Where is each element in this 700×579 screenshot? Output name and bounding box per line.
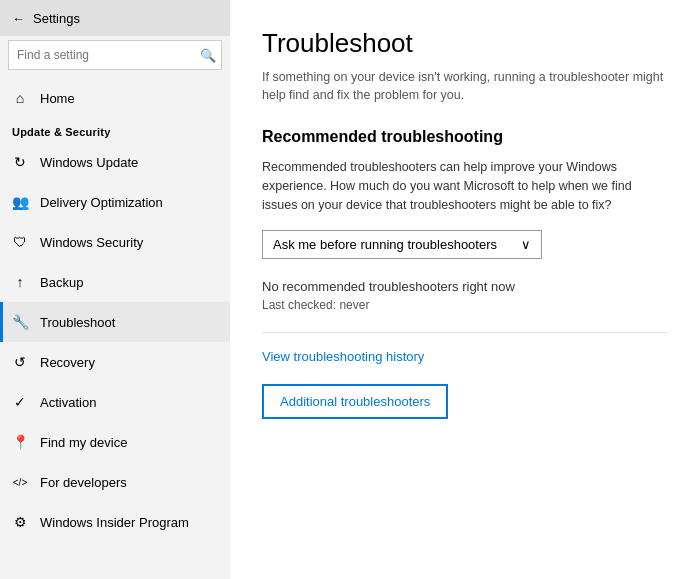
sidebar-item-label: Windows Update: [40, 155, 138, 170]
chevron-down-icon: ∨: [521, 237, 531, 252]
search-input[interactable]: [8, 40, 222, 70]
dropdown-value: Ask me before running troubleshooters: [273, 237, 497, 252]
view-history-link[interactable]: View troubleshooting history: [262, 349, 668, 364]
page-subtitle: If something on your device isn't workin…: [262, 69, 668, 104]
troubleshoot-icon: 🔧: [12, 314, 28, 330]
sidebar-item-windows-insider[interactable]: ⚙ Windows Insider Program: [0, 502, 230, 542]
sidebar-item-label: Windows Insider Program: [40, 515, 189, 530]
find-my-device-icon: 📍: [12, 434, 28, 450]
for-developers-icon: </>: [12, 474, 28, 490]
recovery-icon: ↺: [12, 354, 28, 370]
sidebar: ← Settings 🔍 ⌂ Home Update & Security ↻ …: [0, 0, 230, 579]
sidebar-item-delivery-optimization[interactable]: 👥 Delivery Optimization: [0, 182, 230, 222]
sidebar-item-windows-update[interactable]: ↻ Windows Update: [0, 142, 230, 182]
sidebar-section-label: Update & Security: [0, 118, 230, 142]
sidebar-item-activation[interactable]: ✓ Activation: [0, 382, 230, 422]
windows-security-icon: 🛡: [12, 234, 28, 250]
back-icon: ←: [12, 11, 25, 26]
backup-icon: ↑: [12, 274, 28, 290]
page-title: Troubleshoot: [262, 28, 668, 59]
sidebar-item-label: Windows Security: [40, 235, 143, 250]
recommended-heading: Recommended troubleshooting: [262, 128, 668, 146]
divider: [262, 332, 668, 333]
recommended-description: Recommended troubleshooters can help imp…: [262, 158, 668, 214]
main-content: Troubleshoot If something on your device…: [230, 0, 700, 579]
activation-icon: ✓: [12, 394, 28, 410]
sidebar-item-label: Delivery Optimization: [40, 195, 163, 210]
search-icon: 🔍: [200, 48, 216, 63]
sidebar-item-troubleshoot[interactable]: 🔧 Troubleshoot: [0, 302, 230, 342]
delivery-optimization-icon: 👥: [12, 194, 28, 210]
troubleshooter-dropdown[interactable]: Ask me before running troubleshooters ∨: [262, 230, 542, 259]
sidebar-item-label: Find my device: [40, 435, 127, 450]
search-container: 🔍: [8, 40, 222, 70]
sidebar-item-label: Recovery: [40, 355, 95, 370]
windows-update-icon: ↻: [12, 154, 28, 170]
additional-troubleshooters-button[interactable]: Additional troubleshooters: [262, 384, 448, 419]
sidebar-item-label: Backup: [40, 275, 83, 290]
sidebar-item-label: Activation: [40, 395, 96, 410]
sidebar-item-backup[interactable]: ↑ Backup: [0, 262, 230, 302]
sidebar-item-for-developers[interactable]: </> For developers: [0, 462, 230, 502]
sidebar-item-windows-security[interactable]: 🛡 Windows Security: [0, 222, 230, 262]
back-label: Settings: [33, 11, 80, 26]
sidebar-item-label: Home: [40, 91, 75, 106]
sidebar-item-label: Troubleshoot: [40, 315, 115, 330]
sidebar-item-recovery[interactable]: ↺ Recovery: [0, 342, 230, 382]
sidebar-item-home[interactable]: ⌂ Home: [0, 78, 230, 118]
home-icon: ⌂: [12, 90, 28, 106]
sidebar-item-label: For developers: [40, 475, 127, 490]
no-troubleshooters-text: No recommended troubleshooters right now: [262, 279, 668, 294]
last-checked-text: Last checked: never: [262, 298, 668, 312]
back-button[interactable]: ← Settings: [0, 0, 230, 36]
windows-insider-icon: ⚙: [12, 514, 28, 530]
sidebar-item-find-my-device[interactable]: 📍 Find my device: [0, 422, 230, 462]
